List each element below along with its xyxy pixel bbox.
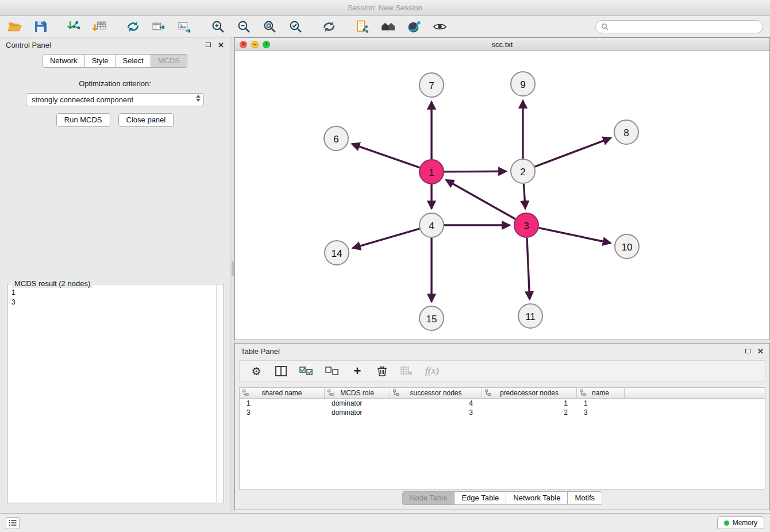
zoom-in-icon[interactable] bbox=[210, 19, 225, 34]
zoom-selected-icon[interactable] bbox=[288, 19, 303, 34]
cell-MCDS-role: dominator bbox=[325, 408, 390, 417]
node-14[interactable]: 14 bbox=[325, 241, 349, 265]
delete-icon[interactable] bbox=[376, 364, 388, 378]
status-bar: Memory bbox=[0, 513, 770, 532]
node-label: 2 bbox=[520, 167, 525, 178]
tab-mcds[interactable]: MCDS bbox=[151, 54, 187, 68]
edge-3-11[interactable] bbox=[527, 238, 530, 299]
table-row[interactable]: 1dominator411 bbox=[240, 399, 765, 408]
column-header-predecessor-nodes[interactable]: predecessor nodes bbox=[482, 388, 577, 398]
edge-3-1[interactable] bbox=[446, 180, 515, 219]
table-tab-edge-table[interactable]: Edge Table bbox=[455, 491, 506, 505]
import-table-icon[interactable] bbox=[92, 19, 107, 34]
node-6[interactable]: 6 bbox=[324, 126, 348, 151]
tab-style[interactable]: Style bbox=[85, 54, 116, 68]
cell-predecessor-nodes: 2 bbox=[482, 408, 577, 417]
column-tree-icon bbox=[328, 390, 334, 398]
run-mcds-button[interactable]: Run MCDS bbox=[56, 113, 110, 127]
criterion-dropdown[interactable]: strongly connected component bbox=[26, 93, 204, 106]
node-7[interactable]: 7 bbox=[419, 73, 444, 97]
node-label: 3 bbox=[523, 221, 529, 232]
maximize-window-icon[interactable]: + bbox=[263, 41, 270, 48]
table-tab-network-table[interactable]: Network Table bbox=[506, 491, 568, 505]
node-11[interactable]: 11 bbox=[518, 304, 542, 328]
edge-1-2[interactable] bbox=[444, 171, 506, 172]
tab-select[interactable]: Select bbox=[116, 54, 151, 68]
network-window-titlebar[interactable]: ✕ – + scc.txt bbox=[235, 38, 769, 51]
close-panel-button[interactable]: Close panel bbox=[118, 113, 174, 127]
memory-button[interactable]: Memory bbox=[717, 516, 764, 529]
column-header-shared-name[interactable]: shared name bbox=[240, 388, 325, 398]
table-panel-header: Table Panel ✕ bbox=[235, 344, 769, 358]
search-icon bbox=[601, 23, 609, 30]
table-tab-node-table[interactable]: Node Table bbox=[402, 491, 455, 505]
network-arrows-icon[interactable] bbox=[125, 19, 140, 34]
result-scrollbar[interactable] bbox=[216, 285, 223, 502]
gear-icon[interactable]: ⚙ bbox=[250, 364, 263, 378]
cell-shared-name: 1 bbox=[240, 399, 325, 407]
search-input[interactable] bbox=[612, 22, 757, 30]
mcds-result-box: MCDS result (2 nodes) 13 bbox=[7, 284, 224, 503]
import-network-icon[interactable] bbox=[66, 19, 81, 34]
network-canvas[interactable]: 7968124314101511 bbox=[235, 52, 769, 340]
add-row-icon[interactable]: + bbox=[351, 364, 364, 378]
float-panel-icon[interactable] bbox=[206, 43, 211, 47]
table-row[interactable]: 3dominator323 bbox=[240, 408, 765, 417]
node-label: 8 bbox=[623, 128, 629, 138]
function-builder-icon[interactable]: f(x) bbox=[425, 364, 439, 378]
node-label: 14 bbox=[332, 248, 342, 259]
column-header-successor-nodes[interactable]: successor nodes bbox=[390, 388, 482, 398]
show-hide-icon[interactable] bbox=[432, 19, 447, 34]
close-table-panel-icon[interactable]: ✕ bbox=[757, 348, 764, 355]
unselect-all-icon[interactable] bbox=[325, 364, 339, 378]
node-4[interactable]: 4 bbox=[419, 213, 444, 237]
node-table: shared nameMCDS rolesuccessor nodesprede… bbox=[239, 387, 765, 489]
select-all-icon[interactable] bbox=[299, 364, 313, 378]
splitter-grip[interactable] bbox=[232, 261, 234, 276]
open-session-icon[interactable] bbox=[7, 19, 22, 34]
edge-3-10[interactable] bbox=[539, 228, 611, 243]
minimize-window-icon[interactable]: – bbox=[251, 41, 259, 48]
style-icon[interactable] bbox=[406, 19, 421, 34]
network-graph[interactable]: 7968124314101511 bbox=[235, 52, 769, 340]
column-header-name[interactable]: name bbox=[577, 388, 625, 398]
zoom-fit-icon[interactable] bbox=[262, 19, 277, 34]
node-label: 10 bbox=[622, 242, 633, 253]
control-panel-title: Control Panel bbox=[6, 41, 51, 49]
column-label: predecessor nodes bbox=[500, 389, 559, 397]
table-header-row: shared nameMCDS rolesuccessor nodesprede… bbox=[240, 388, 765, 399]
tab-network[interactable]: Network bbox=[43, 54, 85, 68]
home-network-icon[interactable] bbox=[380, 19, 395, 34]
close-window-icon[interactable]: ✕ bbox=[240, 41, 247, 48]
edge-2-3[interactable] bbox=[523, 184, 525, 209]
export-image-icon[interactable] bbox=[177, 19, 192, 34]
close-panel-icon[interactable]: ✕ bbox=[218, 41, 224, 49]
vertical-splitter[interactable] bbox=[230, 37, 234, 513]
node-3[interactable]: 3 bbox=[514, 213, 538, 237]
column-tree-icon bbox=[485, 390, 491, 398]
split-columns-icon[interactable] bbox=[275, 364, 287, 378]
clear-table-icon[interactable] bbox=[401, 364, 413, 378]
node-15[interactable]: 15 bbox=[419, 306, 444, 330]
node-1[interactable]: 1 bbox=[419, 160, 444, 184]
node-10[interactable]: 10 bbox=[615, 234, 639, 259]
node-9[interactable]: 9 bbox=[511, 72, 535, 96]
zoom-out-icon[interactable] bbox=[236, 19, 251, 34]
float-table-panel-icon[interactable] bbox=[745, 349, 750, 353]
edge-1-6[interactable] bbox=[352, 144, 419, 168]
node-8[interactable]: 8 bbox=[614, 120, 638, 144]
export-table-icon[interactable] bbox=[151, 19, 166, 34]
task-history-icon[interactable] bbox=[6, 517, 20, 529]
import-group bbox=[66, 19, 107, 34]
search-box[interactable] bbox=[595, 20, 763, 33]
edge-4-14[interactable] bbox=[353, 229, 419, 248]
column-header-MCDS-role[interactable]: MCDS role bbox=[325, 388, 390, 398]
memory-label: Memory bbox=[733, 519, 757, 527]
edge-2-8[interactable] bbox=[535, 138, 611, 167]
clipboard-network-icon[interactable] bbox=[355, 19, 369, 34]
refresh-icon[interactable] bbox=[321, 19, 336, 34]
table-tab-motifs[interactable]: Motifs bbox=[568, 491, 602, 505]
node-2[interactable]: 2 bbox=[511, 159, 535, 183]
column-tree-icon bbox=[580, 390, 586, 398]
save-session-icon[interactable] bbox=[33, 19, 48, 34]
